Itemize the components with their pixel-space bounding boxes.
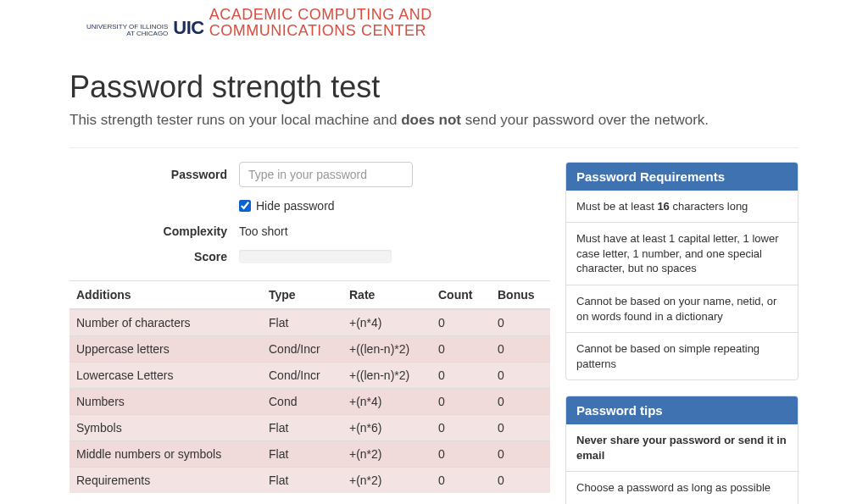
table-row: SymbolsFlat+(n*6)00 [70,414,550,440]
cell-type: Flat [262,309,342,336]
cell-type: Cond/Incr [262,335,342,362]
cell-bonus: 0 [491,467,550,493]
logo-uic-text: UIC [173,17,203,39]
complexity-label: Complexity [70,224,239,238]
cell-type: Flat [262,414,342,440]
additions-table: Additions Type Rate Count Bonus Number o… [70,280,550,493]
cell-name: Uppercase letters [70,335,262,362]
cell-count: 0 [431,309,491,336]
score-progress [239,250,392,263]
cell-name: Numbers [70,388,262,414]
list-item: Never share your password or send it in … [566,424,798,471]
requirements-panel: Password Requirements Must be at least 1… [565,162,798,380]
cell-rate: +(n*2) [342,440,431,467]
hide-password-checkbox[interactable] [239,200,251,212]
cell-count: 0 [431,440,491,467]
cell-name: Middle numbers or symbols [70,440,262,467]
hide-password-toggle[interactable]: Hide password [239,199,550,213]
cell-count: 0 [431,388,491,414]
cell-rate: +((len-n)*2) [342,335,431,362]
divider [70,147,798,148]
list-item: Cannot be based on simple repeating patt… [566,332,798,379]
subtitle-bold: does not [401,112,461,128]
cell-name: Requirements [70,467,262,493]
cell-type: Flat [262,467,342,493]
password-label: Password [70,168,239,181]
additions-header-count: Count [431,280,491,309]
hide-password-label: Hide password [256,199,335,213]
table-row: RequirementsFlat+(n*2)00 [70,467,550,493]
cell-bonus: 0 [491,388,550,414]
logo-accc-line2: COMMUNICATIONS CENTER [209,23,432,39]
additions-header-rate: Rate [342,280,431,309]
cell-type: Cond/Incr [262,362,342,388]
cell-rate: +(n*4) [342,309,431,336]
cell-rate: +(n*6) [342,414,431,440]
cell-type: Cond [262,388,342,414]
list-item: Must have at least 1 capital letter, 1 l… [566,222,798,285]
additions-header-name: Additions [70,280,262,309]
cell-rate: +((len-n)*2) [342,362,431,388]
cell-count: 0 [431,467,491,493]
cell-bonus: 0 [491,414,550,440]
table-row: NumbersCond+(n*4)00 [70,388,550,414]
cell-rate: +(n*2) [342,467,431,493]
table-row: Number of charactersFlat+(n*4)00 [70,309,550,336]
page-title: Password strength test [70,69,798,105]
additions-header-type: Type [262,280,342,309]
table-row: Lowercase LettersCond/Incr+((len-n)*2)00 [70,362,550,388]
list-item: Must be at least 16 characters long [566,191,798,223]
list-item: Choose a password as long as possible [566,471,798,504]
cell-count: 0 [431,335,491,362]
cell-bonus: 0 [491,309,550,336]
logo-accc-line1: ACADEMIC COMPUTING AND [209,7,432,23]
cell-name: Number of characters [70,309,262,336]
requirements-panel-header: Password Requirements [566,163,798,191]
cell-bonus: 0 [491,362,550,388]
site-logo: UNIVERSITY OF ILLINOIS AT CHICAGO UIC AC… [70,0,798,44]
cell-count: 0 [431,414,491,440]
cell-count: 0 [431,362,491,388]
password-input[interactable] [239,162,413,187]
cell-name: Lowercase Letters [70,362,262,388]
cell-bonus: 0 [491,440,550,467]
tips-panel-header: Password tips [566,396,798,424]
subtitle-post: send your password over the network. [461,112,709,128]
logo-subtext-2: AT CHICAGO [86,30,168,37]
cell-name: Symbols [70,414,262,440]
cell-bonus: 0 [491,335,550,362]
tips-panel: Password tips Never share your password … [565,396,798,504]
page-subtitle: This strength tester runs on your local … [70,112,798,129]
table-row: Middle numbers or symbolsFlat+(n*2)00 [70,440,550,467]
additions-header-bonus: Bonus [491,280,550,309]
score-label: Score [70,250,239,263]
complexity-value: Too short [239,224,288,238]
cell-type: Flat [262,440,342,467]
table-row: Uppercase lettersCond/Incr+((len-n)*2)00 [70,335,550,362]
cell-rate: +(n*4) [342,388,431,414]
subtitle-pre: This strength tester runs on your local … [70,112,401,128]
list-item: Cannot be based on your name, netid, or … [566,285,798,332]
